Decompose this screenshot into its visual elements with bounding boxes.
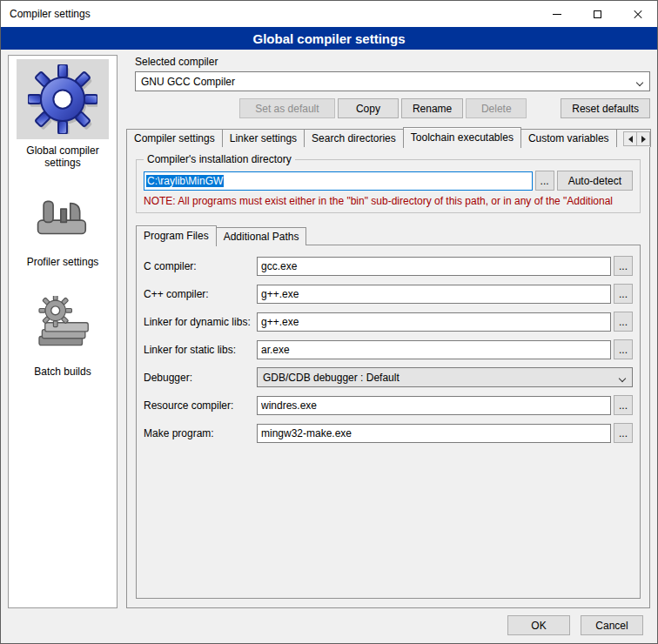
debugger-row: Debugger: GDB/CDB debugger : Default bbox=[144, 367, 633, 387]
toolchain-executables-panel: Compiler's installation directory C:\ray… bbox=[126, 146, 650, 608]
tab-scrollers bbox=[624, 131, 650, 146]
program-files-panel: C compiler: ... C++ compiler: ... Linker… bbox=[136, 245, 641, 599]
dynamic-linker-input[interactable] bbox=[257, 312, 611, 332]
close-button[interactable] bbox=[617, 1, 657, 27]
browse-button[interactable]: ... bbox=[614, 423, 633, 443]
field-label: Make program: bbox=[144, 427, 257, 439]
tab-compiler-settings[interactable]: Compiler settings bbox=[126, 129, 223, 147]
sidebar-item-profiler-settings[interactable]: Profiler settings bbox=[9, 181, 117, 268]
note-text: NOTE: All programs must exist either in … bbox=[144, 195, 633, 207]
field-label: C compiler: bbox=[144, 260, 257, 272]
c-compiler-row: C compiler: ... bbox=[144, 256, 633, 276]
tab-scroll-right-button[interactable] bbox=[636, 131, 650, 146]
installation-groupbox-label: Compiler's installation directory bbox=[144, 153, 295, 165]
browse-directory-button[interactable]: ... bbox=[535, 171, 554, 191]
c-compiler-input[interactable] bbox=[257, 257, 611, 276]
sidebar-icon-box bbox=[17, 186, 109, 251]
make-program-input[interactable] bbox=[257, 424, 611, 443]
cpp-compiler-input[interactable] bbox=[257, 285, 611, 304]
installation-groupbox: Compiler's installation directory C:\ray… bbox=[136, 159, 641, 213]
title-bar: Compiler settings bbox=[1, 1, 657, 27]
reset-defaults-button[interactable]: Reset defaults bbox=[561, 98, 650, 118]
copy-button[interactable]: Copy bbox=[338, 98, 399, 118]
subtab-program-files[interactable]: Program Files bbox=[136, 225, 217, 246]
blue-gear-icon bbox=[28, 64, 97, 134]
dialog-footer: OK Cancel bbox=[1, 612, 657, 643]
minimize-button[interactable] bbox=[537, 1, 577, 27]
field-label: Debugger: bbox=[144, 372, 257, 384]
browse-button[interactable]: ... bbox=[614, 256, 633, 276]
profiler-tool-icon bbox=[32, 191, 93, 245]
make-program-row: Make program: ... bbox=[144, 423, 633, 443]
tab-scroll-left-button[interactable] bbox=[623, 131, 637, 146]
sidebar-icon-box bbox=[17, 289, 109, 360]
browse-button[interactable]: ... bbox=[614, 284, 633, 304]
sidebar-item-label: Batch builds bbox=[29, 366, 96, 378]
path-selected-text: C:\raylib\MinGW bbox=[146, 175, 224, 187]
field-label: Linker for dynamic libs: bbox=[144, 316, 257, 328]
compiler-select[interactable]: GNU GCC Compiler bbox=[135, 71, 650, 91]
programs-tab-strip: Program Files Additional Paths bbox=[136, 225, 641, 245]
resource-compiler-row: Resource compiler: ... bbox=[144, 395, 633, 415]
maximize-button[interactable] bbox=[577, 1, 617, 27]
cpp-compiler-row: C++ compiler: ... bbox=[144, 284, 633, 304]
chevron-down-icon bbox=[636, 79, 643, 86]
autodetect-button[interactable]: Auto-detect bbox=[557, 171, 633, 191]
static-linker-input[interactable] bbox=[257, 340, 611, 359]
ok-button[interactable]: OK bbox=[507, 615, 570, 635]
tab-search-directories[interactable]: Search directories bbox=[304, 129, 404, 147]
close-icon bbox=[633, 10, 642, 19]
tab-linker-settings[interactable]: Linker settings bbox=[222, 129, 305, 147]
dynamic-linker-row: Linker for dynamic libs: ... bbox=[144, 312, 633, 332]
arrow-left-icon bbox=[628, 136, 633, 143]
compiler-actions-row: Set as default Copy Rename Delete Reset … bbox=[135, 98, 650, 118]
sidebar-selected-highlight bbox=[17, 59, 109, 139]
installation-directory-input[interactable]: C:\raylib\MinGW bbox=[144, 171, 533, 191]
batch-gears-icon bbox=[31, 296, 94, 353]
resource-compiler-input[interactable] bbox=[257, 396, 611, 415]
field-label: Resource compiler: bbox=[144, 399, 257, 412]
field-label: C++ compiler: bbox=[144, 288, 257, 300]
minimize-icon bbox=[553, 14, 561, 15]
selected-compiler-label: Selected compiler bbox=[135, 56, 650, 68]
cancel-button[interactable]: Cancel bbox=[581, 615, 643, 635]
tab-custom-variables[interactable]: Custom variables bbox=[520, 129, 617, 147]
installation-path-row: C:\raylib\MinGW ... Auto-detect bbox=[144, 171, 633, 191]
debugger-select[interactable]: GDB/CDB debugger : Default bbox=[257, 367, 633, 387]
static-linker-row: Linker for static libs: ... bbox=[144, 339, 633, 359]
tab-toolchain-executables[interactable]: Toolchain executables bbox=[403, 127, 521, 148]
sidebar-item-batch-builds[interactable]: Batch builds bbox=[9, 280, 117, 378]
caption-buttons bbox=[537, 1, 657, 27]
sidebar-item-global-compiler-settings[interactable]: Global compiler settings bbox=[9, 59, 117, 169]
sidebar: Global compiler settings Profiler settin… bbox=[8, 55, 118, 608]
banner: Global compiler settings bbox=[1, 27, 657, 50]
main-panel: Selected compiler GNU GCC Compiler Set a… bbox=[126, 55, 650, 608]
delete-button[interactable]: Delete bbox=[466, 98, 527, 118]
browse-button[interactable]: ... bbox=[614, 312, 633, 332]
sidebar-item-label: Profiler settings bbox=[22, 256, 104, 268]
debugger-select-value: GDB/CDB debugger : Default bbox=[263, 372, 400, 384]
browse-button[interactable]: ... bbox=[614, 339, 633, 359]
sidebar-item-label: Global compiler settings bbox=[9, 144, 117, 169]
settings-tab-strip: Compiler settings Linker settings Search… bbox=[126, 127, 650, 147]
compiler-settings-window: Compiler settings Global compiler settin… bbox=[0, 0, 658, 644]
arrow-right-icon bbox=[641, 136, 646, 143]
chevron-down-icon bbox=[619, 375, 626, 382]
field-label: Linker for static libs: bbox=[144, 344, 257, 356]
banner-title: Global compiler settings bbox=[252, 31, 405, 46]
subtab-additional-paths[interactable]: Additional Paths bbox=[216, 227, 307, 245]
window-title: Compiler settings bbox=[10, 8, 91, 20]
browse-button[interactable]: ... bbox=[614, 395, 633, 415]
maximize-icon bbox=[594, 10, 601, 18]
set-as-default-button[interactable]: Set as default bbox=[239, 98, 335, 118]
compiler-select-value: GNU GCC Compiler bbox=[141, 76, 235, 88]
rename-button[interactable]: Rename bbox=[401, 98, 463, 118]
